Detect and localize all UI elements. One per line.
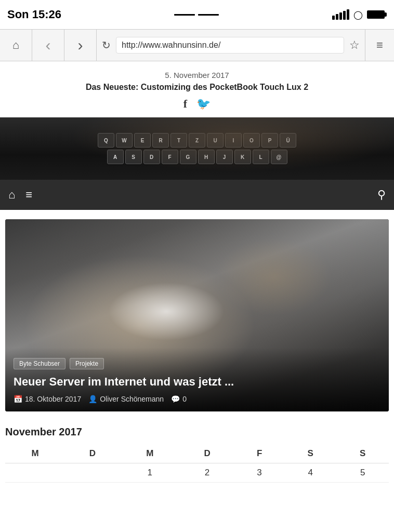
tag-byte-schubser[interactable]: Byte Schubser: [14, 358, 65, 369]
calendar-row-1: 1 2 3 4 5: [5, 463, 389, 483]
calendar-section: November 2017 M D M D F S S 1 2: [0, 421, 394, 483]
cal-header-do: D: [180, 444, 234, 463]
tag-projekte[interactable]: Projekte: [70, 358, 104, 369]
calendar-header-row: M D M D F S S: [5, 444, 389, 463]
calendar-table: M D M D F S S 1 2 3 4 5: [5, 444, 389, 483]
article-meta: 📅 18. Oktober 2017 👤 Oliver Schönemann 💬…: [14, 395, 380, 403]
cal-day-empty-1: [5, 463, 65, 483]
home-icon: ⌂: [12, 38, 19, 52]
hand-overlay: [0, 117, 394, 180]
status-bar: Son 15:26 ◯: [0, 0, 394, 29]
article-date: 📅 18. Oktober 2017: [14, 395, 81, 403]
comment-icon: 💬: [171, 395, 180, 403]
signal-bars-icon: [332, 9, 349, 20]
url-input[interactable]: http://www.wahnunsinn.de/: [116, 37, 344, 54]
bookmark-icon[interactable]: ☆: [349, 38, 360, 52]
forward-icon: ›: [78, 36, 83, 54]
battery-icon: [367, 10, 387, 19]
cal-header-mi: M: [120, 444, 180, 463]
hero-image: Q W E R T Z U I O P Ü A S D F G H J K: [0, 117, 394, 180]
site-nav: ⌂ ≡ ⚲: [0, 180, 394, 210]
nav-menu-button[interactable]: ≡: [25, 188, 32, 202]
browser-menu-button[interactable]: ≡: [365, 29, 394, 61]
website-content: 5. November 2017 Das Neueste: Customizin…: [0, 61, 394, 483]
back-icon: ‹: [46, 36, 51, 54]
notice-headline[interactable]: Das Neueste: Customizing des PocketBook …: [10, 83, 384, 92]
nav-home-button[interactable]: ⌂: [8, 188, 15, 202]
cal-day-empty-2: [65, 463, 120, 483]
cal-header-mo: M: [5, 444, 65, 463]
twitter-icon[interactable]: 🐦: [196, 97, 211, 111]
article-author: 👤 Oliver Schönemann: [88, 395, 164, 403]
calendar-title: November 2017: [5, 426, 389, 438]
home-button[interactable]: ⌂: [0, 29, 32, 61]
article-overlay: Byte Schubser Projekte Neuer Server im I…: [5, 348, 389, 411]
forward-button[interactable]: ›: [64, 29, 97, 61]
article-title: Neuer Server im Internet und was jetzt .…: [14, 375, 380, 390]
cal-header-sa: S: [284, 444, 337, 463]
cal-day-3[interactable]: 3: [234, 463, 284, 483]
cal-day-1[interactable]: 1: [120, 463, 180, 483]
cal-header-so: S: [336, 444, 389, 463]
url-area: ↻ http://www.wahnunsinn.de/ ☆: [97, 37, 365, 54]
top-notice: 5. November 2017 Das Neueste: Customizin…: [0, 61, 394, 117]
social-icons: f 🐦: [10, 97, 384, 111]
nav-search-button[interactable]: ⚲: [377, 188, 386, 202]
cal-day-4[interactable]: 4: [284, 463, 337, 483]
facebook-icon[interactable]: f: [183, 97, 187, 111]
status-center: [173, 13, 220, 17]
back-button[interactable]: ‹: [32, 29, 64, 61]
status-right: ◯: [332, 9, 387, 20]
calendar-icon: 📅: [14, 395, 22, 403]
notice-date: 5. November 2017: [10, 71, 384, 79]
cal-day-2[interactable]: 2: [180, 463, 234, 483]
article-comments: 💬 0: [171, 395, 187, 403]
menu-icon: ≡: [376, 38, 383, 52]
status-time: Son 15:26: [7, 8, 61, 21]
featured-article[interactable]: Byte Schubser Projekte Neuer Server im I…: [5, 219, 389, 411]
reload-icon[interactable]: ↻: [102, 39, 111, 51]
cal-header-di: D: [65, 444, 120, 463]
article-tags: Byte Schubser Projekte: [14, 358, 380, 369]
cal-day-5[interactable]: 5: [336, 463, 389, 483]
cal-header-fr: F: [234, 444, 284, 463]
browser-bar: ⌂ ‹ › ↻ http://www.wahnunsinn.de/ ☆ ≡: [0, 29, 394, 61]
author-icon: 👤: [88, 395, 97, 403]
location-icon: ◯: [353, 10, 363, 20]
